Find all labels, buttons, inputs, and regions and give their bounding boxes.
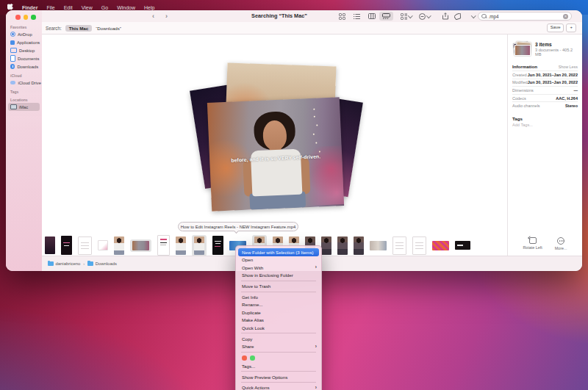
window-title: Searching “This Mac”: [213, 10, 345, 22]
menu-item-move-to-trash[interactable]: Move to Trash: [236, 282, 321, 290]
menu-item-open-with[interactable]: Open With›: [236, 264, 321, 272]
thumbnail-22[interactable]: [432, 241, 449, 250]
rotate-left-button[interactable]: Rotate Left: [523, 237, 542, 250]
thumbnail-5[interactable]: [114, 236, 124, 255]
thumbnail-19[interactable]: [370, 241, 387, 250]
toolbar: ‹ › Searching “This Mac”: [42, 10, 582, 22]
forward-button[interactable]: ›: [165, 11, 168, 21]
sidebar-item-documents[interactable]: Documents: [8, 54, 40, 62]
back-button[interactable]: ‹: [152, 11, 154, 21]
gallery-view-button[interactable]: [379, 12, 393, 21]
video-woman-thumbnail: [132, 241, 149, 250]
sidebar-item-imac[interactable]: iMac: [8, 103, 40, 111]
thumbnail-8[interactable]: [176, 236, 186, 255]
submenu-arrow-icon: ›: [315, 344, 317, 349]
more-button[interactable]: More...: [555, 237, 567, 250]
icon-view-button[interactable]: [335, 12, 349, 21]
doc-white-thumbnail: [392, 236, 406, 255]
thumbnail-17[interactable]: [337, 236, 348, 255]
video-preview[interactable]: before, and it is so VERY self-driven.: [207, 97, 344, 212]
menu-item-open[interactable]: Open: [236, 256, 321, 264]
thumbnail-23[interactable]: [455, 241, 470, 250]
folder-icon: [48, 261, 54, 266]
tag-green-dot[interactable]: [250, 355, 255, 361]
menu-item-quick-look[interactable]: Quick Look: [236, 324, 321, 332]
add-criteria-button[interactable]: +: [566, 24, 576, 32]
tag-button[interactable]: [454, 12, 462, 21]
thumbnail-9[interactable]: [192, 235, 207, 256]
path-separator: ›: [83, 261, 85, 266]
path-item-downloads[interactable]: Downloads: [87, 261, 117, 266]
thumbnail-20[interactable]: [392, 236, 406, 255]
menu-item-copy[interactable]: Copy: [236, 335, 321, 343]
close-button[interactable]: [15, 15, 21, 20]
menu-item-share[interactable]: Share›: [236, 343, 321, 351]
menu-item-tags[interactable]: Tags...: [236, 362, 321, 370]
path-item-daniabriceno[interactable]: daniabriceno: [48, 261, 80, 266]
photo-wide-thumbnail: [370, 241, 387, 250]
save-search-button[interactable]: Save: [547, 24, 564, 32]
menu-item-rename[interactable]: Rename...: [236, 301, 321, 309]
menu-separator: [241, 352, 316, 353]
menubar-item-view[interactable]: View: [82, 5, 93, 10]
menu-item-make-alias[interactable]: Make Alias: [236, 317, 321, 325]
sidebar-item-downloads[interactable]: Downloads: [8, 62, 40, 71]
portrait-black-pink-thumbnail: [61, 236, 72, 255]
minimize-button[interactable]: [24, 15, 29, 20]
list-view-button[interactable]: [350, 12, 364, 21]
zoom-button[interactable]: [31, 15, 36, 20]
add-tags-field[interactable]: Add Tags...: [512, 123, 578, 127]
menubar-item-file[interactable]: File: [46, 5, 54, 10]
portrait-woman-dark-thumbnail: [354, 236, 364, 255]
icloud-icon: [10, 81, 15, 84]
doc-pink-header-thumbnail: [157, 235, 170, 256]
sidebar-section-header-icloud: iCloud: [6, 71, 42, 79]
thumbnail-7[interactable]: [157, 235, 170, 256]
group-by-button[interactable]: [401, 12, 412, 21]
menubar-item-go[interactable]: Go: [101, 5, 108, 10]
thumbnail-10[interactable]: [212, 236, 223, 255]
thumbnail-6[interactable]: [130, 239, 151, 252]
menubar-item-edit[interactable]: Edit: [64, 5, 73, 10]
share-button[interactable]: [442, 12, 448, 21]
menu-item-show-preview-options[interactable]: Show Preview Options: [236, 373, 321, 381]
info-row-audio-channels: Audio channelsStereo: [512, 101, 578, 109]
menu-item-new-folder-with-selection-3-items[interactable]: New Folder with Selection (3 Items): [238, 248, 319, 256]
sidebar-item-desktop[interactable]: Desktop: [8, 46, 40, 54]
menubar-item-help[interactable]: Help: [144, 5, 154, 10]
search-filter-bar: Search: This Mac “Downloads” Save +: [42, 22, 582, 35]
menubar-item-window[interactable]: Window: [117, 5, 135, 10]
small-pink-thumbnail: [98, 240, 108, 250]
thumbnail-2[interactable]: [61, 236, 72, 255]
sidebar-item-icloud-drive[interactable]: iCloud Drive: [8, 79, 40, 87]
show-less-link[interactable]: Show Less: [559, 65, 578, 69]
menu-item-get-info[interactable]: Get Info: [236, 293, 321, 301]
scope-this-mac[interactable]: This Mac: [65, 25, 92, 32]
action-menu-button[interactable]: [419, 12, 431, 21]
menu-item-show-in-enclosing-folder[interactable]: Show in Enclosing Folder: [236, 272, 321, 280]
sidebar-section-header-favorites: Favorites: [6, 22, 42, 30]
selection-summary: 3 documents - 405.2 MB: [535, 48, 578, 57]
thumbnail-1[interactable]: [45, 236, 55, 254]
menubar-item-finder[interactable]: Finder: [22, 5, 37, 10]
scope-downloads[interactable]: “Downloads”: [96, 26, 121, 31]
menu-item-quick-actions[interactable]: Quick Actions›: [236, 384, 321, 390]
thumbnail-3[interactable]: [78, 236, 92, 255]
toolbar-overflow-button[interactable]: [472, 12, 476, 21]
selection-count: 3 items: [535, 42, 578, 47]
search-input[interactable]: .mp4 ×: [478, 12, 572, 21]
clear-search-icon[interactable]: ×: [563, 14, 568, 19]
menu-item-duplicate[interactable]: Duplicate: [236, 308, 321, 317]
thumbnail-21[interactable]: [412, 236, 426, 255]
doc-white-thumbnail: [412, 236, 426, 255]
tag-red-dot[interactable]: [242, 355, 247, 361]
desktop-icon: [10, 48, 17, 53]
sidebar-item-airdrop[interactable]: AirDrop: [8, 30, 40, 38]
thumbnail-4[interactable]: [98, 240, 108, 250]
thumbnail-18[interactable]: [354, 236, 364, 255]
thumbnail-16[interactable]: [321, 236, 331, 255]
submenu-arrow-icon: ›: [315, 265, 317, 270]
column-view-button[interactable]: [365, 12, 379, 21]
portrait-dark-thumbnail: [45, 236, 55, 254]
sidebar-item-applications[interactable]: Applications: [8, 38, 40, 46]
